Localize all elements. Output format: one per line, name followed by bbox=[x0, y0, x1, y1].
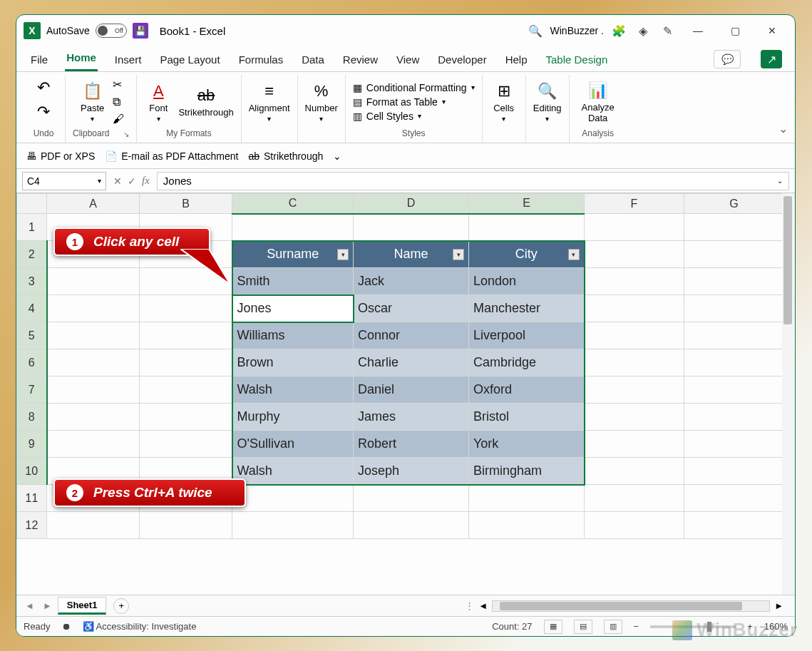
qat-strikethrough-button[interactable]: abStrikethrough bbox=[248, 150, 323, 162]
cell[interactable] bbox=[140, 512, 232, 539]
cell[interactable] bbox=[684, 431, 784, 458]
tab-data[interactable]: Data bbox=[300, 53, 326, 71]
enter-formula-icon[interactable]: ✓ bbox=[128, 175, 136, 187]
cell[interactable] bbox=[585, 241, 684, 268]
tab-review[interactable]: Review bbox=[341, 53, 379, 71]
row-header[interactable]: 7 bbox=[17, 376, 47, 404]
view-pagelayout-button[interactable]: ▤ bbox=[574, 620, 592, 634]
cell[interactable]: Manchester bbox=[469, 295, 585, 322]
col-header[interactable]: G bbox=[684, 194, 784, 214]
account-name[interactable]: WinBuzzer . bbox=[550, 25, 604, 36]
row-header[interactable]: 1 bbox=[17, 214, 47, 241]
cell[interactable] bbox=[684, 241, 784, 268]
cancel-formula-icon[interactable]: ✕ bbox=[113, 175, 122, 187]
cell[interactable]: James bbox=[354, 404, 469, 431]
cell[interactable]: Oscar bbox=[354, 295, 469, 322]
redo-button[interactable]: ↷ bbox=[29, 102, 58, 122]
split-handle-icon[interactable]: ⋮ bbox=[465, 600, 474, 611]
cell[interactable] bbox=[354, 214, 469, 241]
save-icon[interactable]: 💾 bbox=[133, 23, 148, 39]
zoom-out-button[interactable]: − bbox=[634, 621, 639, 632]
cell[interactable] bbox=[585, 268, 684, 295]
tab-insert[interactable]: Insert bbox=[113, 53, 143, 71]
cell[interactable]: Smith bbox=[232, 268, 354, 295]
cell[interactable] bbox=[47, 322, 140, 349]
cell[interactable] bbox=[47, 431, 140, 458]
cell[interactable] bbox=[47, 376, 140, 404]
expand-formula-icon[interactable]: ⌄ bbox=[777, 177, 783, 185]
search-icon[interactable]: 🔍 bbox=[526, 21, 545, 40]
cell[interactable]: Walsh bbox=[232, 458, 354, 485]
tab-page-layout[interactable]: Page Layout bbox=[158, 53, 221, 71]
cell-styles-button[interactable]: ▥Cell Styles ▾ bbox=[353, 111, 421, 122]
cell[interactable]: Birmingham bbox=[469, 458, 585, 485]
cell[interactable] bbox=[684, 458, 784, 485]
cell[interactable] bbox=[684, 268, 784, 295]
sheet-nav-next-icon[interactable]: ► bbox=[40, 600, 55, 611]
accessibility-status[interactable]: ♿ Accessibility: Investigate bbox=[83, 621, 197, 632]
format-painter-icon[interactable]: 🖌 bbox=[113, 113, 124, 125]
scrollbar-thumb[interactable] bbox=[783, 196, 792, 324]
sheet-nav-prev-icon[interactable]: ◄ bbox=[22, 600, 37, 611]
row-header[interactable]: 3 bbox=[17, 268, 47, 295]
col-header[interactable]: A bbox=[47, 194, 140, 214]
email-pdf-button[interactable]: 📄E-mail as PDF Attachment bbox=[105, 150, 238, 162]
horizontal-scrollbar[interactable]: ⋮ ◄ ► bbox=[132, 600, 789, 612]
cell[interactable] bbox=[354, 485, 469, 512]
copy-icon[interactable]: ⧉ bbox=[113, 96, 124, 108]
filter-dropdown-icon[interactable]: ▾ bbox=[337, 249, 349, 260]
cell[interactable] bbox=[585, 485, 684, 512]
cell[interactable]: Daniel bbox=[354, 376, 469, 404]
format-as-table-button[interactable]: ▤Format as Table ▾ bbox=[353, 96, 446, 108]
clipboard-launcher-icon[interactable]: ↘ bbox=[113, 130, 129, 138]
sheet-tab[interactable]: Sheet1 bbox=[58, 597, 107, 615]
cell[interactable]: O'Sullivan bbox=[232, 431, 354, 458]
row-header[interactable]: 6 bbox=[17, 349, 47, 376]
scroll-right-icon[interactable]: ► bbox=[774, 600, 783, 611]
row-header[interactable]: 10 bbox=[17, 458, 47, 485]
row-header[interactable]: 9 bbox=[17, 431, 47, 458]
cell[interactable]: Williams bbox=[232, 322, 354, 349]
font-button[interactable]: A Font ▾ bbox=[144, 81, 173, 123]
tab-view[interactable]: View bbox=[395, 53, 421, 71]
row-header[interactable]: 8 bbox=[17, 404, 47, 431]
pdf-xps-button[interactable]: 🖶PDF or XPS bbox=[26, 150, 95, 162]
tab-file[interactable]: File bbox=[29, 53, 49, 71]
cell[interactable] bbox=[47, 512, 140, 539]
cell[interactable] bbox=[585, 376, 684, 404]
worksheet-grid[interactable]: A B C D E F G 1 2 Surname▾ Name▾ City▾ 3… bbox=[16, 193, 795, 595]
number-button[interactable]: % Number ▾ bbox=[305, 81, 338, 123]
table-header[interactable]: Surname▾ bbox=[232, 241, 354, 268]
tab-home[interactable]: Home bbox=[65, 51, 98, 71]
cell[interactable]: Joseph bbox=[354, 458, 469, 485]
cell[interactable] bbox=[47, 295, 140, 322]
cell[interactable] bbox=[232, 214, 354, 241]
scroll-left-icon[interactable]: ◄ bbox=[478, 600, 488, 611]
add-sheet-button[interactable]: + bbox=[113, 598, 129, 614]
name-box[interactable]: C4▾ bbox=[22, 172, 106, 190]
paste-button[interactable]: 📋 Paste ▾ bbox=[78, 81, 107, 123]
active-cell[interactable]: Jones bbox=[232, 295, 354, 322]
hscroll-track[interactable] bbox=[492, 600, 770, 612]
cell[interactable] bbox=[354, 512, 469, 539]
cell[interactable]: Charlie bbox=[354, 349, 469, 376]
cell[interactable] bbox=[585, 295, 684, 322]
cell[interactable] bbox=[585, 349, 684, 376]
cell[interactable] bbox=[140, 376, 232, 404]
cell[interactable]: Brown bbox=[232, 349, 354, 376]
cell[interactable]: Murphy bbox=[232, 404, 354, 431]
cut-icon[interactable]: ✂ bbox=[113, 78, 124, 91]
strikethrough-button[interactable]: ab Strikethrough bbox=[178, 86, 233, 118]
table-header[interactable]: City▾ bbox=[469, 241, 585, 268]
cell[interactable] bbox=[140, 295, 232, 322]
formula-input[interactable]: Jones⌄ bbox=[157, 172, 789, 190]
cell[interactable]: Robert bbox=[354, 431, 469, 458]
col-header[interactable]: C bbox=[232, 194, 354, 214]
tab-formulas[interactable]: Formulas bbox=[237, 53, 285, 71]
collapse-ribbon-icon[interactable]: ⌄ bbox=[778, 122, 788, 135]
cell[interactable]: Connor bbox=[354, 322, 469, 349]
vertical-scrollbar[interactable] bbox=[782, 193, 795, 595]
alignment-button[interactable]: ≡ Alignment ▾ bbox=[249, 81, 290, 123]
cell[interactable] bbox=[469, 485, 585, 512]
cell[interactable] bbox=[684, 404, 784, 431]
